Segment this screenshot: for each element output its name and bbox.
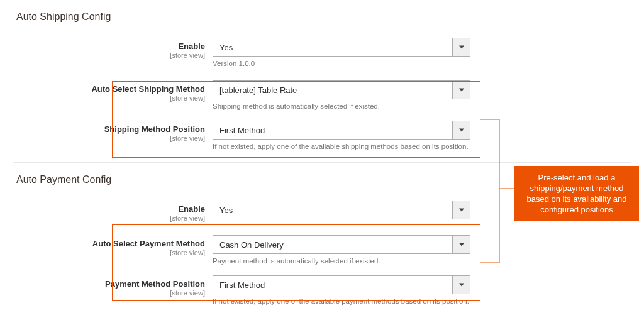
- select-shipping-position[interactable]: First Method: [213, 121, 470, 140]
- payment-form: Enable [store view] Yes Auto Select Paym…: [0, 189, 478, 306]
- select-payment-position[interactable]: First Method: [213, 275, 470, 294]
- row-payment-method: Auto Select Payment Method [store view] …: [0, 235, 478, 265]
- scope-text: [store view]: [0, 249, 205, 257]
- select-value: First Method: [219, 280, 265, 290]
- callout-annotation: Pre-select and load a shipping/payment m…: [514, 166, 639, 221]
- label-text: Auto Select Payment Method: [0, 239, 205, 248]
- select-payment-method[interactable]: Cash On Delivery: [213, 235, 470, 254]
- scope-text: [store view]: [0, 52, 205, 60]
- label-text: Auto Select Shipping Method: [0, 84, 205, 94]
- row-payment-enable: Enable [store view] Yes: [0, 201, 478, 223]
- helper-shipping-method: Shipping method is automatically selecte…: [213, 102, 470, 111]
- select-value: Cash On Delivery: [219, 240, 284, 250]
- scope-text: [store view]: [0, 135, 205, 143]
- select-payment-enable[interactable]: Yes: [213, 201, 470, 219]
- row-shipping-method: Auto Select Shipping Method [store view]…: [0, 80, 478, 111]
- label-shipping-enable: Enable [store view]: [0, 38, 213, 60]
- chevron-down-icon: [452, 121, 470, 139]
- select-shipping-enable[interactable]: Yes: [213, 38, 470, 57]
- scope-text: [store view]: [0, 289, 205, 297]
- section-title-shipping: Auto Shipping Config: [0, 0, 644, 26]
- select-shipping-method[interactable]: [tablerate] Table Rate: [213, 80, 470, 99]
- row-shipping-enable: Enable [store view] Yes Version 1.0.0: [0, 38, 478, 68]
- label-shipping-method: Auto Select Shipping Method [store view]: [0, 80, 213, 102]
- chevron-down-icon: [452, 81, 470, 99]
- scope-text: [store view]: [0, 94, 205, 102]
- label-text: Enable: [0, 204, 205, 214]
- helper-payment-method: Payment method is automatically selected…: [213, 256, 470, 265]
- chevron-down-icon: [452, 201, 470, 219]
- row-shipping-position: Shipping Method Position [store view] Fi…: [0, 121, 478, 151]
- helper-shipping-position: If not existed, apply one of the availab…: [213, 142, 470, 151]
- chevron-down-icon: [452, 38, 470, 56]
- label-payment-position: Payment Method Position [store view]: [0, 275, 213, 297]
- label-payment-enable: Enable [store view]: [0, 201, 213, 223]
- helper-payment-position: If not existed, apply one of the availab…: [213, 297, 470, 306]
- label-payment-method: Auto Select Payment Method [store view]: [0, 235, 213, 257]
- label-text: Enable: [0, 41, 205, 51]
- label-shipping-position: Shipping Method Position [store view]: [0, 121, 213, 143]
- select-value: Yes: [219, 206, 233, 215]
- scope-text: [store view]: [0, 214, 205, 223]
- label-text: Payment Method Position: [0, 279, 205, 289]
- chevron-down-icon: [452, 276, 470, 294]
- select-value: [tablerate] Table Rate: [219, 85, 297, 95]
- shipping-form: Enable [store view] Yes Version 1.0.0 Au…: [0, 26, 478, 151]
- chevron-down-icon: [452, 236, 470, 253]
- select-value: First Method: [219, 126, 265, 135]
- row-payment-position: Payment Method Position [store view] Fir…: [0, 275, 478, 306]
- label-text: Shipping Method Position: [0, 124, 205, 134]
- select-value: Yes: [219, 43, 233, 52]
- version-text: Version 1.0.0: [213, 59, 470, 68]
